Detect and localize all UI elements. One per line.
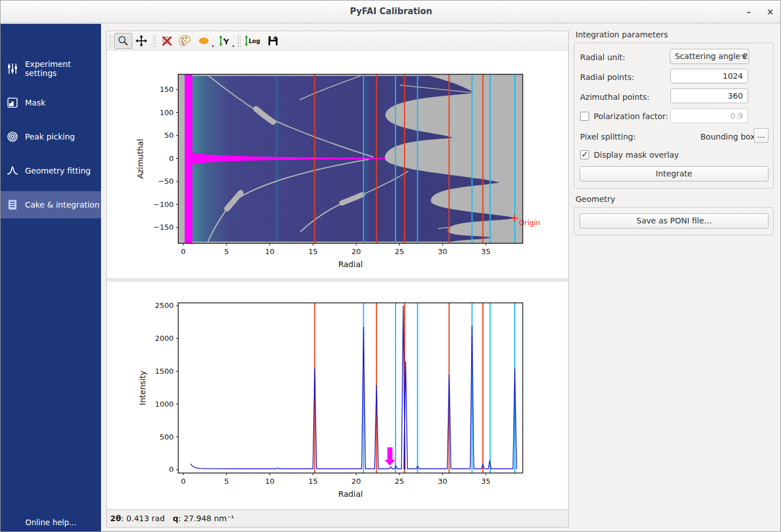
colormap-button[interactable] (176, 33, 194, 49)
svg-text:35: 35 (481, 477, 491, 485)
svg-text:Origin: Origin (519, 218, 540, 227)
sidebar-item-label: Experiment settings (25, 60, 101, 78)
geometry-title: Geometry (576, 195, 615, 204)
floppy-save-icon (267, 35, 279, 47)
azimuthal-points-input[interactable]: 360 (670, 88, 748, 103)
svg-text:0: 0 (169, 154, 174, 163)
svg-text:0: 0 (169, 465, 174, 474)
polarization-checkbox[interactable] (580, 112, 589, 121)
zoom-mode-button[interactable] (114, 33, 132, 49)
pan-arrows-icon (135, 35, 148, 47)
q-label: q (173, 514, 178, 523)
close-button[interactable]: × (763, 5, 778, 19)
svg-text:−100: −100 (153, 200, 174, 209)
svg-text:20: 20 (351, 477, 361, 485)
svg-text:25: 25 (394, 477, 404, 485)
svg-text:50: 50 (164, 131, 174, 140)
sidebar-item-label: Cake & integration (25, 200, 99, 209)
cake-image-decor (178, 74, 523, 243)
integrate-button[interactable]: Integrate (580, 166, 769, 181)
svg-text:Intensity: Intensity (138, 371, 147, 406)
pyfai-window: PyFAI Calibration – × Experiment setting… (0, 0, 781, 532)
sidebar-item-label: Geometry fitting (25, 166, 91, 175)
ring-annotation-arrow (384, 447, 395, 466)
intensity-plot-canvas[interactable]: 0510152025303505001000150020002500Radial… (131, 290, 551, 508)
azimuthal-points-label: Azimuthal points: (580, 92, 649, 102)
cake-plot-canvas[interactable]: Origin 05101520253035−150−100−5005010015… (131, 60, 551, 278)
sliders-icon (6, 62, 19, 75)
clear-zoom-button[interactable] (158, 33, 176, 49)
svg-text:35: 35 (481, 247, 491, 256)
beamstop-mask-vertical (185, 74, 193, 243)
plot-toolbar: ▾ Y a ▾ Log (107, 31, 568, 50)
svg-text:20: 20 (351, 247, 361, 256)
magnifier-icon (117, 35, 129, 47)
svg-text:Log: Log (249, 38, 260, 44)
svg-text:−150: −150 (153, 223, 174, 231)
svg-text:2500: 2500 (155, 301, 174, 310)
toolbar-grip (108, 35, 112, 47)
svg-text:a: a (223, 37, 225, 41)
mask-display-button[interactable]: ▾ (194, 33, 215, 49)
titlebar: PyFAI Calibration – × (1, 1, 781, 23)
online-help-link[interactable]: Online help... (1, 518, 101, 527)
sidebar-item-peak-picking[interactable]: Peak picking (1, 123, 101, 150)
svg-text:5: 5 (224, 477, 229, 485)
svg-text:30: 30 (438, 247, 448, 256)
pixel-splitting-more-button[interactable]: ... (754, 128, 769, 143)
peak-curve-icon (6, 164, 19, 177)
toolbar-grip (152, 35, 156, 47)
integration-parameters-title: Integration parameters (576, 30, 668, 39)
sidebar-item-experiment-settings[interactable]: Experiment settings (1, 55, 101, 82)
svg-text:30: 30 (438, 477, 448, 485)
two-theta-value: : 0.413 rad (121, 514, 165, 523)
chevron-down-icon: ▼ (741, 49, 746, 64)
svg-text:1000: 1000 (155, 400, 174, 408)
dropdown-caret-icon: ▾ (212, 44, 214, 49)
polarization-label: Polarization factor: (594, 112, 668, 121)
intensity-ring-lines (314, 303, 515, 473)
plot-splitter[interactable] (107, 278, 568, 282)
mask-overlay-label: Display mask overlay (594, 150, 679, 159)
save-poni-button[interactable]: Save as PONI file... (580, 213, 769, 229)
svg-text:0: 0 (181, 477, 186, 485)
svg-text:Radial: Radial (338, 489, 363, 499)
save-figure-button[interactable] (264, 33, 282, 49)
radial-points-label: Radial points: (580, 73, 634, 82)
svg-text:1500: 1500 (155, 367, 174, 375)
window-title: PyFAI Calibration (1, 6, 781, 16)
svg-text:2000: 2000 (155, 334, 174, 343)
statusbar: 2θ : 0.413 rad q : 27.948 nm⁻¹ (107, 509, 568, 527)
mask-overlay-checkbox[interactable] (580, 150, 589, 159)
sidebar-item-cake-integration[interactable]: Cake & integration (1, 191, 101, 218)
sidebar-item-mask[interactable]: Mask (1, 89, 101, 116)
svg-text:10: 10 (265, 247, 275, 256)
palette-icon (178, 35, 192, 47)
autoscale-y-icon: Y a (217, 35, 232, 47)
sidebar-item-geometry-fitting[interactable]: Geometry fitting (1, 157, 101, 184)
log-scale-button[interactable]: Log (242, 33, 264, 49)
svg-text:500: 500 (159, 433, 174, 441)
minimize-button[interactable]: – (741, 5, 756, 19)
radial-unit-dropdown[interactable]: Scattering angle 2 ▼ (670, 49, 749, 64)
svg-text:15: 15 (308, 477, 318, 485)
svg-text:100: 100 (159, 108, 174, 117)
sidebar-item-label: Peak picking (25, 132, 75, 141)
svg-text:25: 25 (394, 247, 404, 256)
radial-points-input[interactable]: 1024 (670, 69, 748, 83)
pixel-splitting-value: Bounding box (700, 132, 755, 141)
svg-text:10: 10 (265, 477, 275, 485)
target-icon (6, 130, 19, 143)
dropdown-caret-icon: ▾ (232, 44, 234, 49)
log-scale-icon: Log (244, 35, 262, 47)
q-value: : 27.948 nm⁻¹ (178, 514, 234, 523)
svg-text:Azimuthal: Azimuthal (136, 139, 145, 179)
autoscale-y-button[interactable]: Y a ▾ (215, 33, 235, 49)
cake-integration-icon (6, 199, 19, 211)
pan-mode-button[interactable] (132, 33, 150, 49)
two-theta-label: 2θ (110, 514, 121, 523)
sidebar: Experiment settings Mask Peak picking Ge… (1, 24, 101, 532)
radial-unit-label: Radial unit: (580, 53, 625, 62)
svg-text:Radial: Radial (338, 260, 363, 269)
mask-icon (6, 96, 19, 109)
